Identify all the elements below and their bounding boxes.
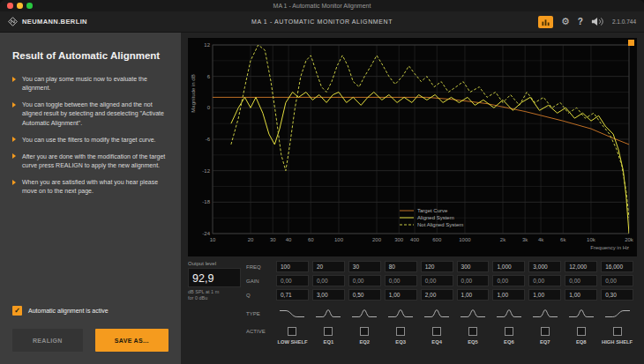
- level-meter-icon: [541, 14, 550, 30]
- svg-text:-12: -12: [202, 168, 210, 174]
- eq-freq-input[interactable]: 1,000: [492, 261, 525, 272]
- eq-band-label: LOW SHELF: [276, 339, 309, 345]
- eq-gain-input[interactable]: 0,00: [276, 275, 309, 286]
- eq-active-checkbox[interactable]: [505, 327, 513, 336]
- realign-button[interactable]: REALIGN: [12, 329, 83, 352]
- svg-text:300: 300: [394, 237, 404, 242]
- alignment-status-button[interactable]: [538, 16, 553, 28]
- speaker-icon[interactable]: [591, 14, 604, 30]
- instruction-text: After you are done with the modification…: [22, 152, 168, 170]
- bell-filter-icon[interactable]: [348, 304, 381, 323]
- instruction-item: You can toggle between the aligned and t…: [12, 100, 168, 127]
- eq-active-checkbox[interactable]: [577, 327, 586, 336]
- minimize-window-button[interactable]: [17, 3, 23, 9]
- instruction-item: You can play some music now to evaluate …: [12, 75, 168, 93]
- eq-band-label: EQ3: [385, 339, 417, 345]
- eq-active-checkbox[interactable]: [324, 327, 333, 336]
- automatic-alignment-checkbox[interactable]: ✓: [12, 306, 22, 316]
- eq-name-row: LOW SHELFEQ1EQ2EQ3EQ4EQ5EQ6EQ7EQ8HIGH SH…: [246, 339, 637, 345]
- help-icon[interactable]: ?: [578, 17, 583, 26]
- eq-gain-input[interactable]: 0,00: [528, 275, 561, 286]
- close-window-button[interactable]: [7, 3, 13, 9]
- eq-q-input[interactable]: 0,71: [276, 289, 309, 301]
- titlebar: MA 1 - Automatic Monitor Alignment: [0, 0, 644, 11]
- svg-text:-24: -24: [202, 231, 210, 236]
- bell-filter-icon[interactable]: [312, 304, 345, 323]
- status-square-indicator: [628, 40, 634, 46]
- automatic-alignment-toggle[interactable]: ✓ Automatic alignment is active: [12, 306, 168, 316]
- eq-q-input[interactable]: 1,00: [457, 289, 490, 301]
- eq-gain-input[interactable]: 0,00: [421, 275, 453, 286]
- eq-band-label: EQ4: [421, 339, 453, 345]
- eq-gain-input[interactable]: 0,00: [348, 275, 381, 286]
- eq-q-input[interactable]: 0,30: [601, 289, 633, 301]
- eq-q-input[interactable]: 0,50: [348, 289, 381, 301]
- bell-filter-icon[interactable]: [565, 304, 597, 323]
- eq-band-label: EQ1: [312, 339, 345, 345]
- eq-freq-input[interactable]: 3,000: [528, 261, 561, 272]
- eq-active-checkbox[interactable]: [432, 327, 441, 336]
- eq-band-label: HIGH SHELF: [601, 339, 633, 345]
- bell-filter-icon[interactable]: [385, 304, 417, 323]
- svg-text:Frequency in Hz: Frequency in Hz: [590, 245, 629, 250]
- bell-filter-icon[interactable]: [457, 304, 490, 323]
- instruction-text: You can toggle between the aligned and t…: [22, 100, 168, 127]
- eq-freq-input[interactable]: 80: [385, 261, 417, 272]
- eq-freq-input[interactable]: 16,000: [601, 261, 633, 272]
- save-as-button[interactable]: SAVE AS...: [95, 329, 168, 352]
- bell-filter-icon[interactable]: [528, 304, 561, 323]
- eq-gain-input[interactable]: 0,00: [457, 275, 490, 286]
- brand: NEUMANN.BERLIN: [8, 14, 87, 30]
- eq-freq-input[interactable]: 300: [457, 261, 490, 272]
- svg-text:20k: 20k: [625, 237, 634, 242]
- window-title: MA 1 - Automatic Monitor Alignment: [273, 3, 371, 9]
- low-shelf-filter-icon[interactable]: [276, 304, 309, 323]
- sidebar-buttons: REALIGN SAVE AS...: [12, 329, 168, 352]
- eq-active-cell: [312, 326, 345, 337]
- svg-text:Not Aligned System: Not Aligned System: [417, 222, 463, 227]
- eq-q-input[interactable]: 1,00: [528, 289, 561, 301]
- output-level-field[interactable]: 92,9: [188, 268, 241, 287]
- app-header: NEUMANN.BERLIN MA 1 - AUTOMATIC MONITOR …: [0, 11, 644, 33]
- eq-freq-input[interactable]: 12,000: [565, 261, 597, 272]
- automatic-alignment-label: Automatic alignment is active: [28, 308, 109, 314]
- eq-gain-input[interactable]: 0,00: [385, 275, 417, 286]
- bell-filter-icon[interactable]: [492, 304, 525, 323]
- eq-gain-input[interactable]: 0,00: [312, 275, 345, 286]
- svg-text:1000: 1000: [459, 237, 471, 242]
- eq-active-checkbox[interactable]: [360, 327, 369, 336]
- page-title: Result of Automatic Alignment: [12, 50, 168, 61]
- eq-freq-input[interactable]: 120: [421, 261, 453, 272]
- eq-gain-input[interactable]: 0,00: [492, 275, 525, 286]
- settings-gear-icon[interactable]: ⚙: [561, 17, 570, 26]
- eq-q-input[interactable]: 1,00: [385, 289, 417, 301]
- eq-q-input[interactable]: 3,00: [312, 289, 345, 301]
- eq-active-checkbox[interactable]: [541, 327, 550, 336]
- eq-active-checkbox[interactable]: [396, 327, 405, 336]
- neumann-logo-icon: [8, 14, 18, 30]
- eq-q-input[interactable]: 2,00: [421, 289, 453, 301]
- eq-active-checkbox[interactable]: [288, 327, 296, 336]
- window-controls: [7, 3, 33, 9]
- app-body: Result of Automatic Alignment You can pl…: [0, 33, 644, 364]
- zoom-window-button[interactable]: [26, 3, 33, 9]
- eq-active-checkbox[interactable]: [468, 327, 477, 336]
- eq-gain-input[interactable]: 0,00: [565, 275, 597, 286]
- eq-freq-input[interactable]: 100: [276, 261, 309, 272]
- eq-active-checkbox[interactable]: [613, 327, 622, 336]
- bell-filter-icon[interactable]: [421, 304, 453, 323]
- eq-active-cell: [528, 326, 561, 337]
- output-level-unit: dB SPL at 1 m for 0 dBu: [188, 289, 241, 301]
- eq-q-input[interactable]: 1,00: [492, 289, 525, 301]
- high-shelf-filter-icon[interactable]: [601, 304, 633, 323]
- svg-text:30: 30: [270, 237, 276, 242]
- instruction-text: You can use the filters to modify the ta…: [22, 136, 156, 145]
- eq-freq-input[interactable]: 20: [312, 261, 345, 272]
- instruction-item: You can use the filters to modify the ta…: [12, 136, 168, 145]
- eq-gain-input[interactable]: 0,00: [601, 275, 633, 286]
- svg-text:3k: 3k: [522, 237, 528, 242]
- eq-active-cell: [421, 326, 453, 337]
- eq-q-input[interactable]: 1,00: [565, 289, 597, 301]
- eq-q-row: Q 0,713,000,501,002,001,001,001,001,000,…: [246, 289, 637, 301]
- eq-freq-input[interactable]: 30: [348, 261, 381, 272]
